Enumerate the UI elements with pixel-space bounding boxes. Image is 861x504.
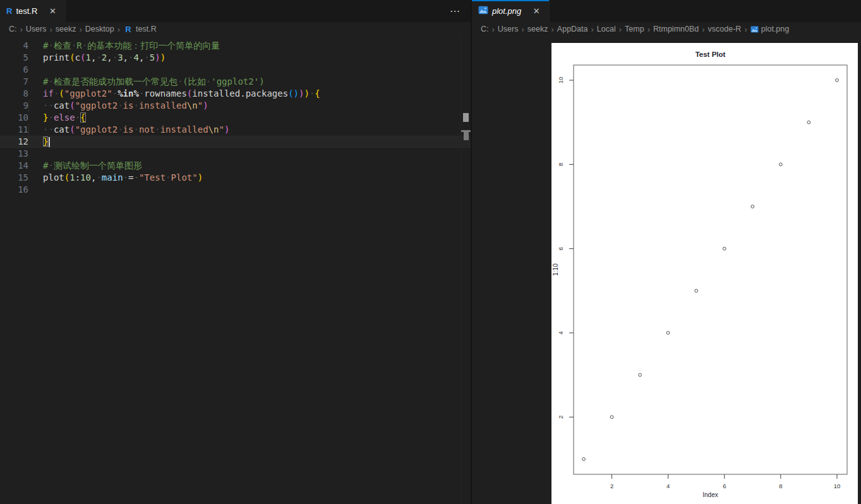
chevron-right-icon: › bbox=[20, 25, 23, 34]
code-token: 10 bbox=[80, 172, 91, 183]
close-icon[interactable]: ✕ bbox=[46, 5, 59, 18]
code-token: · bbox=[75, 112, 80, 123]
breadcrumb-item[interactable]: AppData bbox=[557, 25, 588, 33]
code-token: ) bbox=[198, 172, 203, 183]
code-token: · bbox=[133, 172, 138, 183]
code-token: ,· bbox=[123, 52, 134, 63]
editor-actions-ellipsis[interactable]: ⋯ bbox=[440, 0, 471, 22]
overview-ruler-mark bbox=[464, 132, 469, 140]
code-editor[interactable]: 4#·检查·R·的基本功能：打印一个简单的向量5print(c(1,·2,·3,… bbox=[0, 36, 471, 504]
breadcrumb-label: Users bbox=[26, 25, 47, 33]
code-token: ) bbox=[155, 52, 160, 63]
code-token: ,· bbox=[139, 52, 150, 63]
breadcrumb-item[interactable]: Users bbox=[26, 25, 47, 33]
line-number: 15 bbox=[0, 172, 28, 184]
code-token: \n bbox=[187, 100, 198, 111]
x-tick-label: 6 bbox=[723, 483, 726, 489]
indent-guide bbox=[28, 124, 29, 136]
code-token: { bbox=[315, 88, 320, 99]
line-content: if·("ggplot2"·%in%·rownames(installed.pa… bbox=[28, 88, 471, 100]
breadcrumb-item[interactable]: seekz bbox=[527, 25, 548, 33]
breadcrumb-item[interactable]: Temp bbox=[625, 25, 644, 33]
line-number: 8 bbox=[0, 88, 28, 100]
breadcrumb-item[interactable]: Rtmpimn0Bd bbox=[653, 25, 699, 33]
line-content bbox=[28, 184, 471, 196]
breadcrumb-item[interactable]: plot.png bbox=[750, 25, 789, 33]
chevron-right-icon: › bbox=[492, 25, 495, 34]
code-token: · bbox=[123, 172, 128, 183]
code-token: } bbox=[43, 136, 48, 147]
code-token: "Test·Plot" bbox=[139, 172, 198, 183]
breadcrumb-item[interactable]: vscode-R bbox=[708, 25, 742, 33]
chevron-right-icon: › bbox=[551, 25, 554, 34]
line-number: 6 bbox=[0, 64, 28, 76]
code-token: 3 bbox=[117, 52, 123, 63]
code-token: ( bbox=[69, 100, 75, 111]
plot-title: Test Plot bbox=[695, 51, 726, 58]
chevron-right-icon: › bbox=[591, 25, 594, 34]
line-content: ··cat("ggplot2·is·installed\n") bbox=[28, 100, 471, 112]
code-line: 9··cat("ggplot2·is·installed\n") bbox=[0, 100, 471, 112]
code-token: ) bbox=[304, 88, 309, 99]
breadcrumb-label: Temp bbox=[625, 25, 644, 33]
code-token: c bbox=[75, 52, 80, 63]
breadcrumb-item[interactable]: C: bbox=[481, 25, 489, 33]
chevron-right-icon: › bbox=[702, 25, 704, 34]
code-token: #·检查·R·的基本功能：打印一个简单的向量 bbox=[43, 40, 220, 51]
tab-plot-png[interactable]: plot.png ✕ bbox=[472, 0, 550, 22]
r-logo-icon: R bbox=[6, 6, 12, 16]
y-tick-label: 10 bbox=[557, 77, 564, 84]
breadcrumb-label: Rtmpimn0Bd bbox=[653, 25, 699, 33]
breadcrumb-item[interactable]: Desktop bbox=[85, 25, 114, 33]
breadcrumb-item[interactable]: C: bbox=[9, 25, 17, 33]
code-token: ·· bbox=[43, 100, 54, 111]
line-content: #·检查是否能成功加载一个常见包·(比如·'ggplot2') bbox=[28, 76, 471, 88]
code-line: 6 bbox=[0, 64, 471, 76]
y-tick-label: 4 bbox=[557, 331, 564, 334]
plot-box bbox=[574, 65, 847, 474]
code-token: #·测试绘制一个简单图形 bbox=[43, 160, 142, 171]
breadcrumb-item[interactable]: Users bbox=[498, 25, 519, 33]
code-token: · bbox=[112, 88, 117, 99]
y-tick-label: 8 bbox=[557, 163, 564, 166]
code-token: "ggplot2" bbox=[64, 88, 112, 99]
scatter-plot: 246810246810Test PlotIndex1:10 bbox=[551, 43, 858, 504]
chevron-right-icon: › bbox=[117, 25, 120, 34]
code-token: else bbox=[54, 112, 75, 123]
line-content: #·检查·R·的基本功能：打印一个简单的向量 bbox=[28, 40, 471, 52]
code-token: ( bbox=[64, 172, 69, 183]
code-line: 10}·else·{ bbox=[0, 112, 471, 124]
data-point bbox=[723, 247, 726, 250]
code-line: 12} bbox=[0, 136, 471, 148]
code-token: if bbox=[43, 88, 54, 99]
code-token: ,· bbox=[91, 172, 102, 183]
code-token: ,· bbox=[91, 52, 102, 63]
data-point bbox=[751, 205, 754, 208]
line-content: #·测试绘制一个简单图形 bbox=[28, 160, 471, 172]
line-number: 11 bbox=[0, 124, 28, 136]
tab-test-r[interactable]: R test.R ✕ bbox=[0, 0, 66, 22]
close-icon[interactable]: ✕ bbox=[530, 5, 543, 18]
code-line: 5print(c(1,·2,·3,·4,·5)) bbox=[0, 52, 471, 64]
code-line: 13 bbox=[0, 148, 471, 160]
code-token: ( bbox=[69, 52, 75, 63]
x-tick-label: 2 bbox=[610, 483, 613, 489]
breadcrumb-item[interactable]: seekz bbox=[56, 25, 76, 33]
indent-guide bbox=[28, 100, 29, 112]
line-number: 16 bbox=[0, 184, 28, 196]
breadcrumb-item[interactable]: Local bbox=[597, 25, 616, 33]
line-number: 9 bbox=[0, 100, 28, 112]
line-content: ··cat("ggplot2·is·not·installed\n") bbox=[28, 124, 471, 136]
chevron-right-icon: › bbox=[744, 25, 747, 34]
data-point bbox=[610, 416, 613, 419]
line-number: 4 bbox=[0, 40, 28, 52]
r-logo-icon: R bbox=[123, 25, 133, 34]
breadcrumb: C:›Users›seekz›AppData›Local›Temp›Rtmpim… bbox=[472, 22, 861, 36]
data-point bbox=[666, 332, 670, 335]
breadcrumb-item[interactable]: Rtest.R bbox=[123, 25, 157, 34]
line-number: 14 bbox=[0, 160, 28, 172]
code-token: ( bbox=[80, 52, 85, 63]
line-number: 7 bbox=[0, 76, 28, 88]
chevron-right-icon: › bbox=[522, 25, 524, 34]
line-content: plot(1:10,·main·=·"Test·Plot") bbox=[28, 172, 471, 184]
